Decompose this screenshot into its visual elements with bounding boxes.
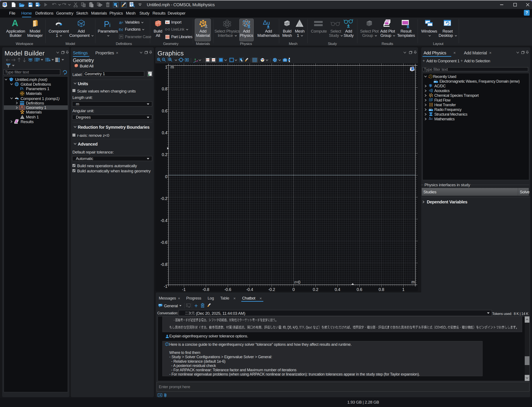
svg-text:m: m: [411, 280, 415, 284]
svg-text:-1: -1: [182, 287, 186, 291]
svg-text:0.2: 0.2: [162, 152, 167, 157]
svg-text:-0.8: -0.8: [161, 262, 167, 267]
svg-text:-0.6: -0.6: [224, 287, 231, 291]
svg-text:0: 0: [165, 174, 168, 179]
svg-text:0.2: 0.2: [313, 287, 318, 291]
svg-text:r=0: r=0: [294, 280, 300, 284]
svg-text:1: 1: [402, 287, 404, 291]
svg-text:0.8: 0.8: [379, 287, 384, 291]
svg-text:0.8: 0.8: [162, 86, 167, 91]
svg-text:-0.4: -0.4: [246, 287, 253, 291]
svg-text:1: 1: [165, 65, 167, 69]
svg-text:-0.2: -0.2: [161, 196, 167, 201]
svg-text:m: m: [170, 65, 174, 69]
svg-text:-0.4: -0.4: [161, 218, 168, 223]
svg-text:-1: -1: [164, 284, 167, 289]
svg-text:-0.6: -0.6: [161, 240, 167, 245]
svg-text:0.6: 0.6: [162, 109, 167, 113]
svg-text:-0.2: -0.2: [268, 287, 275, 291]
svg-text:0.4: 0.4: [162, 130, 167, 135]
svg-text:0.6: 0.6: [357, 287, 362, 291]
svg-text:0: 0: [292, 287, 295, 291]
svg-text:0.4: 0.4: [335, 287, 340, 291]
svg-text:-0.8: -0.8: [202, 287, 209, 291]
